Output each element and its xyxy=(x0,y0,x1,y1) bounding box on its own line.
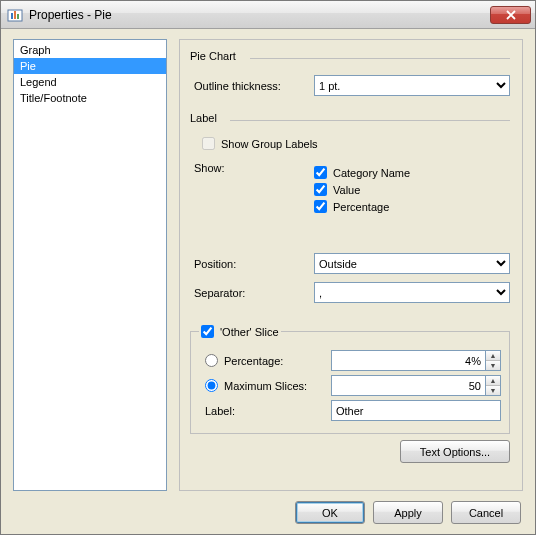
max-slices-spin-up[interactable]: ▲ xyxy=(486,376,500,386)
percentage-label: Percentage xyxy=(333,201,389,213)
properties-dialog: Properties - Pie Graph Pie Legend Title/… xyxy=(0,0,536,535)
window-title: Properties - Pie xyxy=(29,8,490,22)
position-select[interactable]: Outside xyxy=(314,253,510,274)
max-slices-spin: ▲ ▼ xyxy=(331,375,501,396)
percentage-input[interactable] xyxy=(331,350,485,371)
nav-item-graph[interactable]: Graph xyxy=(14,42,166,58)
client-area: Graph Pie Legend Title/Footnote Pie Char… xyxy=(1,29,535,534)
nav-item-pie[interactable]: Pie xyxy=(14,58,166,74)
percentage-spin: ▲ ▼ xyxy=(331,350,501,371)
percentage-spin-up[interactable]: ▲ xyxy=(486,351,500,361)
label-group: Label Show Group Labels Show: xyxy=(190,120,510,311)
apply-button[interactable]: Apply xyxy=(373,501,443,524)
label-group-legend: Label xyxy=(190,112,219,124)
pie-chart-legend: Pie Chart xyxy=(190,50,238,62)
pie-chart-group: Pie Chart Outline thickness: 1 pt. xyxy=(190,58,510,104)
other-slice-group: 'Other' Slice Percentage: ▲ xyxy=(190,325,510,434)
content-columns: Graph Pie Legend Title/Footnote Pie Char… xyxy=(13,39,523,491)
svg-rect-2 xyxy=(14,11,16,19)
svg-rect-1 xyxy=(11,13,13,19)
titlebar: Properties - Pie xyxy=(1,1,535,29)
show-group-labels-label: Show Group Labels xyxy=(221,138,318,150)
percentage-radio[interactable] xyxy=(205,354,218,367)
max-slices-radio-label: Maximum Slices: xyxy=(224,380,307,392)
cancel-button[interactable]: Cancel xyxy=(451,501,521,524)
dialog-footer: OK Apply Cancel xyxy=(13,491,523,526)
svg-rect-3 xyxy=(17,14,19,19)
other-slice-label: 'Other' Slice xyxy=(220,326,279,338)
show-label: Show: xyxy=(194,162,314,174)
max-slices-radio[interactable] xyxy=(205,379,218,392)
app-icon xyxy=(7,7,23,23)
separator-label: Separator: xyxy=(194,287,314,299)
other-slice-checkbox[interactable] xyxy=(201,325,214,338)
ok-button[interactable]: OK xyxy=(295,501,365,524)
max-slices-spin-down[interactable]: ▼ xyxy=(486,386,500,395)
close-icon xyxy=(506,10,516,20)
percentage-checkbox[interactable] xyxy=(314,200,327,213)
percentage-spin-down[interactable]: ▼ xyxy=(486,361,500,370)
position-label: Position: xyxy=(194,258,314,270)
other-label-label: Label: xyxy=(199,405,317,417)
text-options-button[interactable]: Text Options... xyxy=(400,440,510,463)
close-button[interactable] xyxy=(490,6,531,24)
nav-item-title-footnote[interactable]: Title/Footnote xyxy=(14,90,166,106)
outline-thickness-label: Outline thickness: xyxy=(194,80,314,92)
category-list[interactable]: Graph Pie Legend Title/Footnote xyxy=(13,39,167,491)
category-name-checkbox[interactable] xyxy=(314,166,327,179)
other-label-input[interactable] xyxy=(331,400,501,421)
max-slices-input[interactable] xyxy=(331,375,485,396)
outline-thickness-select[interactable]: 1 pt. xyxy=(314,75,510,96)
nav-item-legend[interactable]: Legend xyxy=(14,74,166,90)
value-label: Value xyxy=(333,184,360,196)
show-group-labels-checkbox xyxy=(202,137,215,150)
category-name-label: Category Name xyxy=(333,167,410,179)
percentage-radio-label: Percentage: xyxy=(224,355,283,367)
separator-select[interactable]: , xyxy=(314,282,510,303)
settings-panel: Pie Chart Outline thickness: 1 pt. xyxy=(179,39,523,491)
value-checkbox[interactable] xyxy=(314,183,327,196)
